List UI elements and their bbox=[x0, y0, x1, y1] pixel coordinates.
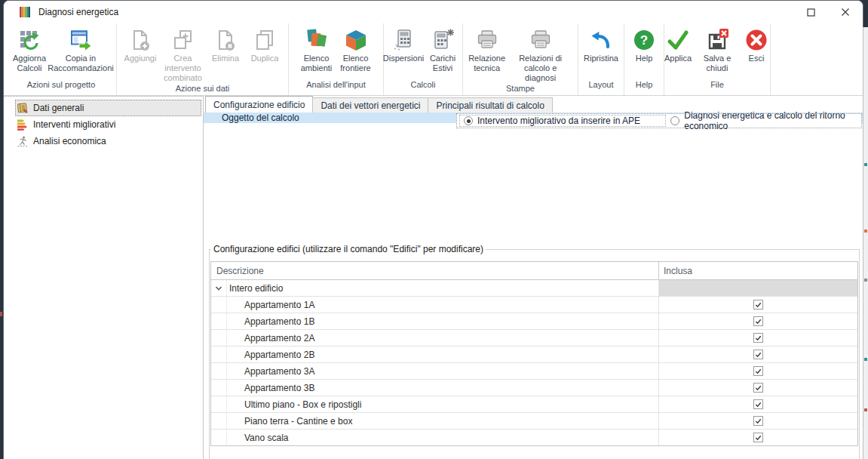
copia-in-raccomandazioni-button[interactable]: Copia in Raccomandazioni bbox=[49, 27, 112, 80]
column-header-descrizione[interactable]: Descrizione bbox=[211, 262, 658, 279]
dispersioni-button[interactable]: Dispersioni bbox=[384, 27, 423, 80]
tab-dati-vettori-energetici[interactable]: Dati dei vettori energetici bbox=[312, 97, 428, 112]
carichi-estivi-button[interactable]: Carichi Estivi bbox=[423, 27, 462, 80]
edifici-table: Descrizione Inclusa Intero edificio Appa… bbox=[210, 261, 858, 446]
relazione-tecnica-button[interactable]: Relazione tecnica bbox=[467, 27, 507, 84]
table-row[interactable]: Appartamento 1A bbox=[211, 297, 857, 313]
table-row[interactable]: Ultimo piano - Box e ripostigli bbox=[211, 396, 857, 413]
included-cell bbox=[658, 280, 857, 296]
button-label: Elenco frontiere bbox=[340, 54, 370, 73]
included-checkbox[interactable] bbox=[753, 366, 763, 376]
title-bar: Diagnosi energetica bbox=[4, 1, 863, 23]
close-button[interactable] bbox=[828, 1, 863, 23]
sidebar-item-label: Interventi migliorativi bbox=[33, 119, 115, 130]
sidebar-item-dati-generali[interactable]: Dati generali bbox=[15, 100, 201, 116]
applica-button[interactable]: Applica bbox=[658, 27, 698, 80]
calc-object-row: Oggetto del calcolo Intervento migliorat… bbox=[204, 112, 863, 123]
esci-button[interactable]: Esci bbox=[737, 27, 776, 80]
row-label: Appartamento 2A bbox=[242, 330, 658, 346]
included-checkbox[interactable] bbox=[753, 416, 763, 426]
elenco-frontiere-button[interactable]: Elenco frontiere bbox=[336, 27, 376, 80]
duplica-button[interactable]: Duplica bbox=[245, 27, 284, 84]
included-checkbox[interactable] bbox=[753, 383, 763, 393]
row-label: Appartamento 1A bbox=[242, 297, 658, 313]
sidebar-item-interventi-migliorativi[interactable]: Interventi migliorativi bbox=[15, 116, 201, 133]
elenco-ambienti-button[interactable]: Elenco ambienti bbox=[297, 27, 336, 80]
check-icon bbox=[754, 317, 762, 325]
included-checkbox[interactable] bbox=[753, 399, 763, 409]
printer-icon bbox=[529, 28, 553, 52]
elimina-button[interactable]: Elimina bbox=[206, 27, 245, 84]
ribbon: Aggiorna Calcoli Copia in Raccomandazion… bbox=[4, 23, 863, 96]
included-cell bbox=[658, 297, 857, 313]
salva-e-chiudi-button[interactable]: Salva e chiudi bbox=[698, 27, 737, 80]
included-checkbox[interactable] bbox=[753, 333, 763, 343]
content-area: Dati generali Interventi migliorativi An… bbox=[4, 96, 863, 459]
aggiungi-button[interactable]: Aggiungi bbox=[121, 27, 160, 84]
button-label: Relazione tecnica bbox=[468, 54, 505, 73]
expand-cell[interactable] bbox=[211, 280, 227, 296]
table-row[interactable]: Piano terra - Cantine e box bbox=[211, 413, 857, 430]
svg-text:?: ? bbox=[640, 33, 648, 48]
crea-intervento-combinato-button[interactable]: Crea intervento combinato bbox=[160, 27, 206, 84]
radio-intervento-migliorativo[interactable]: Intervento migliorativo da inserire in A… bbox=[459, 115, 666, 127]
included-checkbox[interactable] bbox=[753, 350, 763, 359]
row-label: Appartamento 3A bbox=[242, 363, 658, 379]
tab-configurazione-edificio[interactable]: Configurazione edificio bbox=[205, 96, 313, 112]
button-label: Elenco ambienti bbox=[301, 54, 333, 73]
boundaries-cube-icon bbox=[344, 28, 368, 52]
ribbon-group-calcoli: Dispersioni Carichi Estivi Calcoli bbox=[384, 23, 463, 95]
check-icon bbox=[754, 417, 762, 425]
table-row[interactable]: Appartamento 1B bbox=[211, 313, 857, 330]
help-icon: ? bbox=[632, 28, 656, 52]
check-icon bbox=[666, 28, 690, 52]
table-row[interactable]: Intero edificio bbox=[211, 280, 857, 297]
row-label: Piano terra - Cantine e box bbox=[242, 413, 658, 429]
ribbon-group-caption: Layout bbox=[578, 80, 624, 95]
included-checkbox[interactable] bbox=[753, 316, 763, 326]
calculator-icon bbox=[391, 28, 416, 52]
sidebar-item-label: Analisi economica bbox=[33, 136, 106, 146]
included-cell bbox=[658, 380, 857, 396]
included-cell bbox=[658, 313, 857, 329]
ribbon-group-caption: Azioni sul progetto bbox=[6, 80, 116, 95]
calculator-sun-icon bbox=[431, 28, 455, 52]
printer-icon bbox=[475, 28, 499, 52]
column-header-inclusa[interactable]: Inclusa bbox=[658, 262, 857, 279]
row-label: Ultimo piano - Box e ripostigli bbox=[242, 396, 658, 412]
included-cell bbox=[658, 413, 857, 429]
maximize-button[interactable] bbox=[793, 1, 828, 23]
radio-diagnosi-energetica[interactable]: Diagnosi energetica e calcolo del ritorn… bbox=[666, 115, 862, 127]
button-label: Ripristina bbox=[584, 54, 618, 63]
tab-principali-risultati-calcolo[interactable]: Principali risultati di calcolo bbox=[428, 97, 552, 112]
table-row[interactable]: Appartamento 2B bbox=[211, 347, 857, 363]
included-cell bbox=[658, 430, 857, 445]
ribbon-group-analisi-input: Elenco ambienti Elenco frontiere Analisi… bbox=[289, 23, 384, 95]
check-icon bbox=[754, 384, 762, 392]
included-checkbox[interactable] bbox=[753, 433, 763, 442]
table-row[interactable]: Vano scala bbox=[211, 430, 857, 445]
table-header: Descrizione Inclusa bbox=[211, 262, 857, 280]
ribbon-group-layout: Ripristina Layout bbox=[578, 23, 624, 95]
app-window: Diagnosi energetica Aggiorna Calcoli bbox=[3, 0, 863, 459]
check-icon bbox=[754, 300, 762, 309]
ribbon-group-stampe: Relazione tecnica Relazioni di calcolo e… bbox=[463, 23, 578, 95]
aggiorna-calcoli-button[interactable]: Aggiorna Calcoli bbox=[10, 27, 49, 80]
refresh-grid-icon bbox=[17, 28, 41, 52]
tab-label: Configurazione edificio bbox=[213, 100, 305, 110]
row-label: Appartamento 2B bbox=[242, 347, 658, 362]
background-speck bbox=[0, 312, 2, 316]
table-row[interactable]: Appartamento 2A bbox=[211, 330, 857, 347]
included-cell bbox=[658, 396, 857, 412]
button-label: Duplica bbox=[251, 54, 279, 63]
table-row[interactable]: Appartamento 3B bbox=[211, 380, 857, 396]
tab-label: Principali risultati di calcolo bbox=[436, 100, 544, 111]
radio-label: Diagnosi energetica e calcolo del ritorn… bbox=[684, 110, 857, 131]
sidebar-item-analisi-economica[interactable]: Analisi economica bbox=[15, 133, 201, 149]
ribbon-group-file: Applica Salva e chiudi Esci File bbox=[664, 23, 771, 95]
included-checkbox[interactable] bbox=[753, 300, 763, 310]
radio-label: Intervento migliorativo da inserire in A… bbox=[477, 116, 640, 126]
ripristina-button[interactable]: Ripristina bbox=[581, 27, 621, 80]
relazioni-calcolo-diagnosi-button[interactable]: Relazioni di calcolo e diagnosi bbox=[507, 27, 574, 84]
table-row[interactable]: Appartamento 3A bbox=[211, 363, 857, 380]
